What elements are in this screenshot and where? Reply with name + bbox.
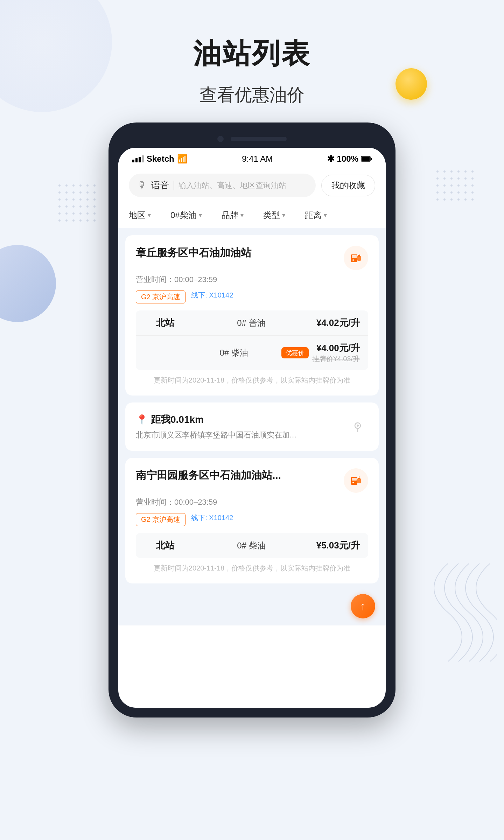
phone-notch (118, 132, 386, 148)
status-bar: Sketch 📶 9:41 AM ✱ 100% (118, 148, 386, 168)
svg-point-33 (79, 219, 82, 222)
phone-screen: Sketch 📶 9:41 AM ✱ 100% 🎙 (118, 148, 386, 708)
svg-rect-81 (358, 478, 360, 479)
svg-point-31 (65, 219, 68, 222)
search-bar-container: 🎙 语音 输入油站、高速、地区查询油站 我的收藏 (118, 168, 386, 203)
price-badge-container-1: 优惠价 ¥4.00元/升 挂牌价¥4.03/升 (281, 342, 360, 364)
svg-rect-70 (352, 255, 357, 258)
svg-point-59 (471, 191, 474, 194)
station-card-2[interactable]: 南宁田园服务区中石油加油站... 营业时间 (125, 458, 379, 583)
filter-brand[interactable]: 品牌 ▾ (212, 210, 253, 221)
station-icon-1 (344, 246, 368, 270)
svg-point-47 (471, 177, 474, 180)
filter-distance-label: 距离 (305, 210, 322, 221)
svg-point-37 (443, 170, 446, 173)
svg-point-2 (72, 184, 75, 187)
svg-point-57 (457, 191, 460, 194)
svg-point-7 (65, 191, 68, 194)
svg-point-28 (86, 212, 89, 215)
station-hours-2: 营业时间：00:00–23:59 (136, 497, 368, 507)
station-tags-1: G2 京沪高速 线下: X10142 (136, 290, 368, 303)
svg-point-55 (443, 191, 446, 194)
price-row-2-1: 北站 0# 柴油 ¥5.03元/升 (136, 533, 368, 558)
svg-point-3 (79, 184, 82, 187)
distance-text: 距我0.01km (151, 413, 204, 426)
location-card[interactable]: 📍 距我0.01km 北京市顺义区李桥镇李堡路中国石油顺实在加... (125, 402, 379, 451)
svg-point-5 (93, 184, 96, 187)
update-time-2: 更新时间为2020-11-18，价格仅供参考，以实际站内挂牌价为准 (136, 564, 368, 573)
fuel-type-1-2: 0# 柴油 (186, 347, 281, 358)
svg-point-58 (464, 191, 467, 194)
svg-point-8 (72, 191, 75, 194)
svg-rect-78 (352, 478, 357, 481)
svg-point-1 (65, 184, 68, 187)
price-value-1-2: ¥4.00元/升 (312, 342, 360, 354)
filter-brand-label: 品牌 (222, 210, 238, 221)
svg-rect-74 (359, 254, 359, 255)
location-pin-icon: 📍 (136, 414, 148, 426)
svg-point-27 (79, 212, 82, 215)
svg-point-15 (79, 198, 82, 201)
svg-point-18 (58, 205, 61, 208)
bg-dots-right (434, 168, 476, 210)
filter-fuel-type[interactable]: 0#柴油 ▾ (161, 210, 212, 221)
filter-distance[interactable]: 距离 ▾ (295, 210, 337, 221)
navigate-button[interactable]: ↑ (351, 594, 375, 618)
svg-point-79 (352, 482, 354, 483)
carrier-label: Sketch (147, 154, 174, 164)
station-card-1[interactable]: 章丘服务区中石油加油站 营业时间：00:0 (125, 235, 379, 396)
bg-decoration-circle-bottom (0, 245, 56, 322)
signal-bar-1 (132, 160, 134, 162)
signal-bars (132, 155, 144, 162)
station-hours-1: 营业时间：00:00–23:59 (136, 274, 368, 285)
voice-label: 语音 (151, 179, 169, 191)
svg-rect-72 (357, 256, 361, 261)
signal-bar-3 (139, 157, 141, 162)
tag-highway-2: G2 京沪高速 (136, 513, 186, 526)
navigate-arrow-icon: ↑ (360, 600, 366, 613)
original-price-1: 挂牌价¥4.03/升 (312, 354, 360, 364)
chevron-down-icon-type: ▾ (282, 211, 285, 219)
svg-point-16 (86, 198, 89, 201)
sub-station-name-2: 北站 (144, 539, 186, 552)
search-input-box[interactable]: 🎙 语音 输入油站、高速、地区查询油站 (129, 174, 316, 197)
svg-point-61 (443, 198, 446, 201)
svg-point-20 (72, 205, 75, 208)
my-collection-button[interactable]: 我的收藏 (321, 175, 375, 196)
map-icon (347, 416, 368, 437)
svg-point-32 (72, 219, 75, 222)
svg-point-4 (86, 184, 89, 187)
tag-highway-1: G2 京沪高速 (136, 290, 186, 303)
svg-point-24 (58, 212, 61, 215)
yellow-decoration-circle (396, 68, 427, 100)
svg-point-36 (436, 170, 439, 173)
filter-fuel-label: 0#柴油 (170, 210, 197, 221)
station-name-2: 南宁田园服务区中石油加油站... (136, 468, 344, 483)
price-row-1-2: 0# 柴油 优惠价 ¥4.00元/升 挂牌价¥4.03/升 (136, 336, 368, 370)
station-list: 章丘服务区中石油加油站 营业时间：00:0 (118, 228, 386, 597)
station-tags-2: G2 京沪高速 线下: X10142 (136, 513, 368, 526)
signal-bar-4 (142, 155, 144, 162)
svg-rect-73 (358, 255, 360, 257)
svg-rect-82 (359, 476, 359, 478)
svg-point-38 (450, 170, 453, 173)
location-info: 📍 距我0.01km 北京市顺义区李桥镇李堡路中国石油顺实在加... (136, 413, 340, 440)
filter-region[interactable]: 地区 ▾ (129, 210, 161, 221)
svg-point-10 (86, 191, 89, 194)
svg-point-51 (457, 184, 460, 187)
svg-point-45 (457, 177, 460, 180)
filter-type[interactable]: 类型 ▾ (253, 210, 295, 221)
wifi-icon: 📶 (177, 154, 188, 164)
microphone-icon: 🎙 (137, 180, 147, 191)
battery-icon (361, 156, 372, 162)
bg-dots-left (56, 182, 98, 224)
svg-point-42 (436, 177, 439, 180)
svg-point-9 (79, 191, 82, 194)
svg-point-13 (65, 198, 68, 201)
svg-point-26 (72, 212, 75, 215)
bluetooth-icon: ✱ (327, 154, 334, 164)
svg-point-49 (443, 184, 446, 187)
price-table-2: 北站 0# 柴油 ¥5.03元/升 (136, 533, 368, 558)
search-placeholder-text: 输入油站、高速、地区查询油站 (178, 180, 307, 191)
svg-point-48 (436, 184, 439, 187)
